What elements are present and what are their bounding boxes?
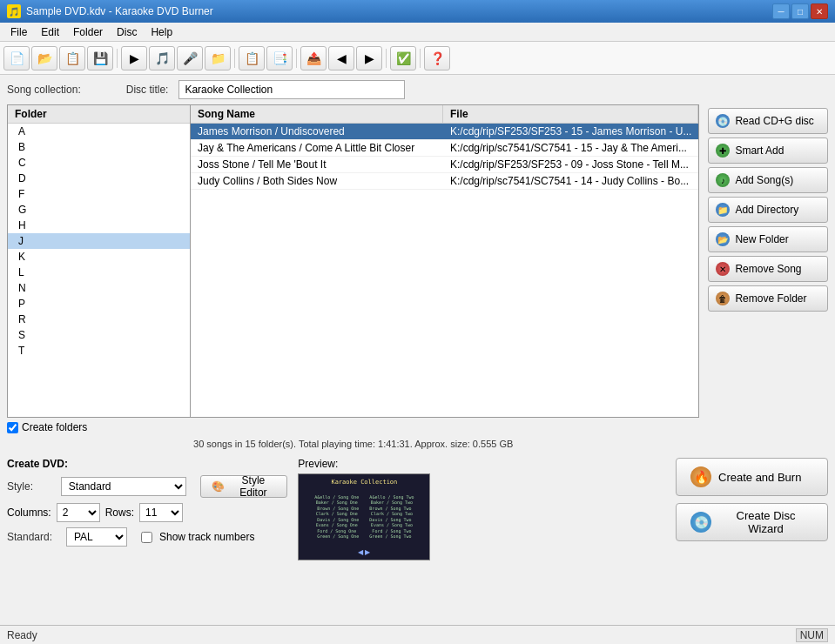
style-editor-icon: 🎨 xyxy=(212,480,225,493)
new-folder-icon: 📂 xyxy=(716,232,730,246)
status-bar: Ready NUM xyxy=(0,625,835,644)
song-file-0: K:/cdg/rip/SF253/SF253 - 15 - James Morr… xyxy=(443,124,698,139)
toolbar-paste[interactable]: 📑 xyxy=(266,46,293,70)
remove-song-button[interactable]: ✕ Remove Song xyxy=(708,256,828,282)
create-folders-checkbox[interactable] xyxy=(7,422,18,433)
folder-item-g[interactable]: G xyxy=(8,202,190,218)
song-row-0[interactable]: James Morrison / Undiscovered K:/cdg/rip… xyxy=(191,124,698,140)
song-name-1: Jay & The Americans / Come A Little Bit … xyxy=(191,140,443,156)
folder-item-d[interactable]: D xyxy=(8,171,190,186)
toolbar-recent[interactable]: 📋 xyxy=(59,46,85,70)
minimize-button[interactable]: ─ xyxy=(772,3,790,19)
toolbar-folder[interactable]: 📁 xyxy=(205,46,231,70)
remove-song-icon: ✕ xyxy=(716,262,730,276)
style-select[interactable]: Standard Classic Modern Custom xyxy=(61,477,187,496)
style-editor-button[interactable]: 🎨 Style Editor xyxy=(200,475,287,498)
add-directory-button[interactable]: 📁 Add Directory xyxy=(708,197,828,223)
rows-select[interactable]: 8 9 10 11 12 13 xyxy=(139,503,183,522)
read-cdg-disc-icon: 💿 xyxy=(716,114,730,128)
song-row-2[interactable]: Joss Stone / Tell Me 'Bout It K:/cdg/rip… xyxy=(191,157,698,173)
list-and-buttons: Folder A B C D F G H J K L N P R xyxy=(7,104,828,453)
read-cdg-disc-button[interactable]: 💿 Read CD+G disc xyxy=(708,108,828,134)
new-folder-label: New Folder xyxy=(735,233,788,245)
menu-file[interactable]: File xyxy=(3,24,34,40)
toolbar-sep-2 xyxy=(234,49,235,68)
toolbar-back[interactable]: ◀ xyxy=(328,46,354,70)
rows-label: Rows: xyxy=(105,506,134,519)
show-track-numbers-checkbox[interactable] xyxy=(141,532,152,543)
menu-disc[interactable]: Disc xyxy=(110,24,144,40)
preview-area: Preview: Karaoke Collection A&ello / Son… xyxy=(298,458,430,560)
song-collection-label: Song collection: xyxy=(7,84,81,96)
create-and-burn-icon: 🔥 xyxy=(690,466,711,487)
columns-select[interactable]: 1 2 3 4 xyxy=(57,503,100,522)
menu-edit[interactable]: Edit xyxy=(34,24,66,40)
preview-label: Preview: xyxy=(298,458,338,470)
folder-item-k[interactable]: K xyxy=(8,249,190,265)
folder-item-b[interactable]: B xyxy=(8,139,190,155)
toolbar-save[interactable]: 💾 xyxy=(87,46,113,70)
create-disc-wizard-icon: 💿 xyxy=(690,512,711,533)
standard-row: Standard: PAL NTSC Show track numbers xyxy=(7,527,287,547)
smart-add-button[interactable]: ✚ Smart Add xyxy=(708,138,828,164)
folder-item-f[interactable]: F xyxy=(8,186,190,202)
folder-item-p[interactable]: P xyxy=(8,296,190,312)
show-track-numbers-label: Show track numbers xyxy=(159,531,254,543)
toolbar-open[interactable]: 📂 xyxy=(31,46,57,70)
toolbar-sep-3 xyxy=(296,49,297,68)
list-area: Folder A B C D F G H J K L N P R xyxy=(7,104,699,453)
style-row: Style: Standard Classic Modern Custom 🎨 … xyxy=(7,475,287,498)
smart-add-label: Smart Add xyxy=(735,144,784,157)
folder-item-j[interactable]: J xyxy=(8,233,190,249)
folder-item-r[interactable]: R xyxy=(8,312,190,327)
song-row-3[interactable]: Judy Collins / Both Sides Now K:/cdg/rip… xyxy=(191,173,698,190)
toolbar-help[interactable]: ❓ xyxy=(424,46,450,70)
window-controls[interactable]: ─ □ ✕ xyxy=(772,3,828,19)
right-buttons-panel: 💿 Read CD+G disc ✚ Smart Add ♪ Add Song(… xyxy=(703,104,833,453)
toolbar-forward[interactable]: ▶ xyxy=(356,46,382,70)
big-right-buttons: 🔥 Create and Burn 💿 Create Disc Wizard xyxy=(676,458,828,541)
toolbar-karaoke[interactable]: 🎤 xyxy=(177,46,203,70)
new-folder-button[interactable]: 📂 New Folder xyxy=(708,226,828,252)
folder-item-s[interactable]: S xyxy=(8,327,190,343)
close-button[interactable]: ✕ xyxy=(811,3,828,19)
toolbar-play[interactable]: ▶ xyxy=(121,46,147,70)
toolbar-copy[interactable]: 📋 xyxy=(239,46,265,70)
list-status: 30 songs in 15 folder(s). Total playing … xyxy=(7,435,699,453)
disc-title-label: Disc title: xyxy=(126,84,169,96)
maximize-button[interactable]: □ xyxy=(791,3,809,19)
create-disc-wizard-label: Create Disc Wizard xyxy=(718,509,813,535)
status-text: Ready xyxy=(7,629,37,641)
standard-select[interactable]: PAL NTSC xyxy=(66,527,127,547)
folder-item-l[interactable]: L xyxy=(8,265,190,280)
col-header-name: Song Name xyxy=(191,105,443,123)
song-row-1[interactable]: Jay & The Americans / Come A Little Bit … xyxy=(191,140,698,157)
song-header-row: Song Name File xyxy=(191,105,698,124)
disc-title-input[interactable] xyxy=(178,80,405,99)
create-and-burn-label: Create and Burn xyxy=(718,471,801,484)
remove-folder-button[interactable]: 🗑 Remove Folder xyxy=(708,285,828,312)
folder-item-a[interactable]: A xyxy=(8,124,190,139)
song-name-3: Judy Collins / Both Sides Now xyxy=(191,173,443,189)
folder-item-n[interactable]: N xyxy=(8,280,190,296)
folder-item-c[interactable]: C xyxy=(8,155,190,171)
toolbar-check[interactable]: ✅ xyxy=(390,46,416,70)
song-panel: Song Name File James Morrison / Undiscov… xyxy=(191,105,698,417)
create-disc-wizard-button[interactable]: 💿 Create Disc Wizard xyxy=(676,503,828,541)
folder-item-t[interactable]: T xyxy=(8,343,190,359)
columns-label: Columns: xyxy=(7,506,51,519)
song-file-2: K:/cdg/rip/SF253/SF253 - 09 - Joss Stone… xyxy=(443,157,698,172)
toolbar-add-music[interactable]: 🎵 xyxy=(149,46,175,70)
add-songs-button[interactable]: ♪ Add Song(s) xyxy=(708,167,828,193)
create-and-burn-button[interactable]: 🔥 Create and Burn xyxy=(676,458,828,496)
toolbar-new[interactable]: 📄 xyxy=(3,46,30,70)
menu-folder[interactable]: Folder xyxy=(66,24,110,40)
folder-item-h[interactable]: H xyxy=(8,218,190,233)
remove-song-label: Remove Song xyxy=(735,263,801,275)
col-header-file: File xyxy=(443,105,698,123)
toolbar-export[interactable]: 📤 xyxy=(300,46,327,70)
toolbar-sep-5 xyxy=(420,49,421,68)
smart-add-icon: ✚ xyxy=(716,144,730,158)
menu-help[interactable]: Help xyxy=(144,24,179,40)
read-cdg-disc-label: Read CD+G disc xyxy=(735,115,813,127)
